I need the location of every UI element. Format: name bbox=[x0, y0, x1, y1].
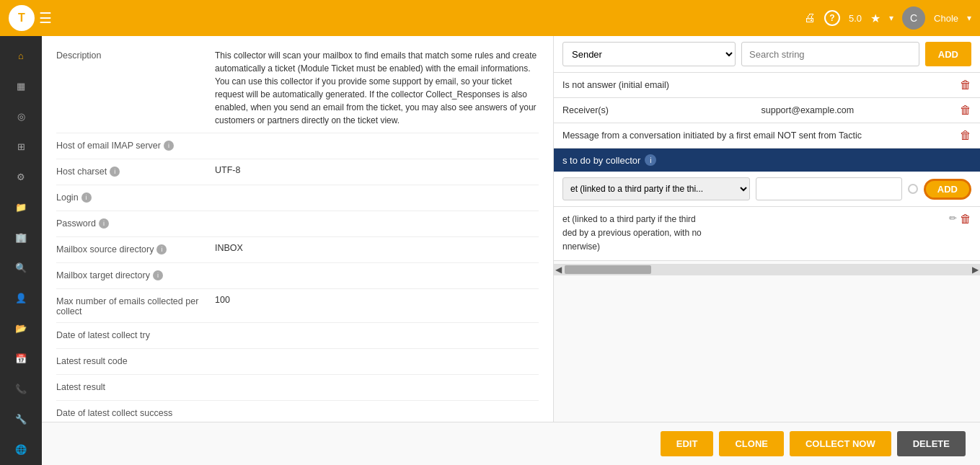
filter-add-row: Sender SenderReceiverSubjectBody ADD bbox=[554, 36, 980, 73]
add-filter-button[interactable]: ADD bbox=[925, 42, 971, 66]
result-code-label: Latest result code bbox=[56, 355, 215, 366]
mailbox-target-hint-icon[interactable]: i bbox=[153, 270, 163, 280]
print-icon[interactable]: 🖨 bbox=[804, 12, 816, 25]
sidebar-item-globe[interactable]: 🌐 bbox=[6, 435, 36, 463]
latest-result-row: Latest result bbox=[56, 375, 539, 401]
sidebar-item-tools[interactable]: ⚙ bbox=[6, 163, 36, 190]
sidebar-item-chart[interactable]: ▦ bbox=[6, 72, 36, 99]
action-radio[interactable] bbox=[908, 184, 918, 194]
charset-hint-icon[interactable]: i bbox=[110, 167, 120, 177]
scrollbar-thumb[interactable] bbox=[565, 265, 651, 274]
mailbox-source-hint-icon[interactable]: i bbox=[156, 244, 167, 254]
max-emails-row: Max number of emails collected per colle… bbox=[56, 289, 539, 323]
action-row-icons: ✏ 🗑 bbox=[949, 213, 971, 226]
sidebar-item-search[interactable]: 🔍 bbox=[6, 254, 36, 281]
scroll-right-arrow[interactable]: ▶ bbox=[972, 265, 979, 275]
scroll-left-arrow[interactable]: ◀ bbox=[555, 265, 562, 275]
app-logo[interactable]: T bbox=[9, 5, 35, 31]
left-panel: Description This collector will scan you… bbox=[42, 36, 554, 465]
sidebar-item-home[interactable]: ⌂ bbox=[6, 42, 36, 69]
host-label: Host of email IMAP server i bbox=[56, 139, 215, 151]
sidebar: ⌂ ▦ ◎ ⊞ ⚙ 📁 🏢 🔍 👤 📂 📅 📞 🔧 🌐 bbox=[0, 36, 42, 465]
sidebar-item-circle[interactable]: ◎ bbox=[6, 102, 36, 130]
sender-select[interactable]: Sender SenderReceiverSubjectBody bbox=[562, 42, 736, 66]
charset-label: Host charset i bbox=[56, 165, 215, 177]
actions-section-header: s to do by collector i bbox=[554, 149, 980, 172]
mailbox-source-row: Mailbox source directory i INBOX bbox=[56, 237, 539, 263]
filter-delete-icon-1[interactable]: 🗑 bbox=[960, 79, 971, 92]
help-icon[interactable]: ? bbox=[824, 10, 840, 26]
action-result-row: et (linked to a third party if the third… bbox=[554, 207, 980, 261]
charset-value: UTF-8 bbox=[215, 165, 539, 175]
sidebar-item-folder[interactable]: 📁 bbox=[6, 193, 36, 221]
right-panel: Sender SenderReceiverSubjectBody ADD Is … bbox=[554, 36, 980, 465]
mailbox-source-value: INBOX bbox=[215, 243, 539, 253]
action-type-select[interactable]: et (linked to a third party if the thi..… bbox=[562, 177, 750, 200]
mailbox-source-label: Mailbox source directory i bbox=[56, 243, 215, 254]
sidebar-item-person[interactable]: 👤 bbox=[6, 284, 36, 311]
description-row: Description This collector will scan you… bbox=[56, 43, 539, 133]
favorite-icon[interactable]: ★ bbox=[870, 12, 880, 25]
login-label: Login i bbox=[56, 191, 215, 203]
action-delete-icon[interactable]: 🗑 bbox=[960, 213, 971, 226]
filter-row-3: Message from a conversation initiated by… bbox=[554, 123, 980, 149]
host-hint-icon[interactable]: i bbox=[164, 141, 174, 151]
mailbox-target-label: Mailbox target directory i bbox=[56, 269, 215, 280]
version-label: 5.0 bbox=[849, 13, 862, 24]
star-chevron[interactable]: ▾ bbox=[889, 13, 893, 23]
horizontal-scrollbar[interactable]: ◀ ▶ bbox=[554, 264, 980, 275]
date-latest-row: Date of latest collect try bbox=[56, 323, 539, 349]
sidebar-item-building[interactable]: 🏢 bbox=[6, 223, 36, 251]
user-chevron[interactable]: ▾ bbox=[967, 13, 971, 23]
sidebar-item-calendar[interactable]: 📅 bbox=[6, 345, 36, 372]
bottom-action-bar: EDIT CLONE COLLECT NOW DELETE bbox=[42, 422, 554, 465]
hamburger-menu[interactable]: ☰ bbox=[39, 9, 52, 27]
charset-row: Host charset i UTF-8 bbox=[56, 159, 539, 185]
add-action-button[interactable]: ADD bbox=[924, 179, 971, 200]
description-label: Description bbox=[56, 49, 215, 61]
result-code-row: Latest result code bbox=[56, 349, 539, 375]
filter-delete-icon-3[interactable]: 🗑 bbox=[960, 129, 971, 142]
filter-text-1: Is not answer (initial email) bbox=[562, 80, 954, 90]
max-emails-value: 100 bbox=[215, 295, 539, 305]
latest-result-label: Latest result bbox=[56, 381, 215, 392]
mailbox-target-row: Mailbox target directory i bbox=[56, 263, 539, 289]
filter-text-3: Message from a conversation initiated by… bbox=[562, 130, 954, 141]
logo-text: T bbox=[18, 12, 25, 25]
filter-row-1: Is not answer (initial email) 🗑 bbox=[554, 73, 980, 98]
password-label: Password i bbox=[56, 217, 215, 229]
max-emails-label: Max number of emails collected per colle… bbox=[56, 295, 215, 316]
sidebar-item-phone[interactable]: 📞 bbox=[6, 375, 36, 402]
password-row: Password i bbox=[56, 211, 539, 237]
host-row: Host of email IMAP server i bbox=[56, 133, 539, 159]
user-avatar[interactable]: C bbox=[902, 6, 925, 30]
section-info-icon[interactable]: i bbox=[645, 154, 656, 166]
action-edit-icon[interactable]: ✏ bbox=[949, 213, 957, 226]
username-label[interactable]: Chole bbox=[934, 13, 958, 24]
date-success-label: Date of latest collect success bbox=[56, 407, 215, 418]
sidebar-item-grid[interactable]: ⊞ bbox=[6, 133, 36, 160]
action-add-row: et (linked to a third party if the thi..… bbox=[554, 172, 980, 207]
section-header-text: s to do by collector bbox=[562, 155, 640, 166]
search-input[interactable] bbox=[741, 42, 919, 66]
filter-row-2: Receiver(s) support@example.com 🗑 bbox=[554, 98, 980, 123]
description-value: This collector will scan your mailbox to… bbox=[215, 49, 539, 127]
date-latest-label: Date of latest collect try bbox=[56, 329, 215, 340]
filter-receiver-label: Receiver(s) bbox=[562, 105, 756, 115]
password-hint-icon[interactable]: i bbox=[99, 218, 109, 229]
login-row: Login i bbox=[56, 185, 539, 211]
action-value-input[interactable] bbox=[756, 177, 902, 200]
filter-receiver-value: support@example.com bbox=[762, 105, 955, 115]
login-hint-icon[interactable]: i bbox=[81, 192, 92, 203]
sidebar-item-wrench[interactable]: 🔧 bbox=[6, 405, 36, 433]
filter-delete-icon-2[interactable]: 🗑 bbox=[960, 104, 971, 117]
sidebar-item-files[interactable]: 📂 bbox=[6, 314, 36, 342]
action-result-text: et (linked to a third party if the third… bbox=[562, 213, 943, 254]
